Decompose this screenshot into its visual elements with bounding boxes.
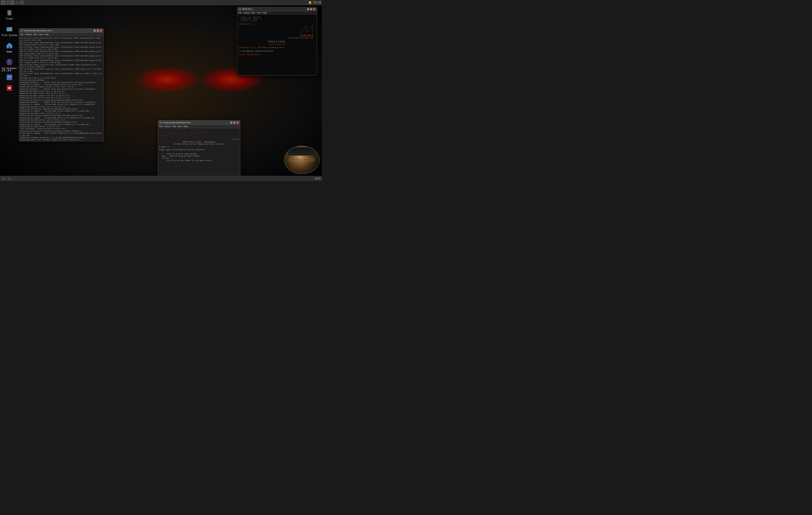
shell-prompt: [recon-ng][default] > xyxy=(239,53,316,56)
terminal-window-1: shadowwalker@Shadow-Net: ~ File Actions … xyxy=(19,28,104,141)
desktop-icon-red[interactable]: ● xyxy=(1,84,18,92)
taskbar-icon-1[interactable]: ⬛ xyxy=(1,0,5,5)
bottom-taskbar: ⬛ ⬛ 14:34 xyxy=(0,176,322,181)
desktop-icon-filesystem[interactable]: File System xyxy=(1,25,18,36)
shell-menu: File Actions Edit View Help xyxy=(237,11,317,15)
terminal-2-body[interactable]: .-----. . . .-----. .-------. .----. | _… xyxy=(158,128,240,181)
svg-rect-10 xyxy=(7,30,10,31)
terminal-2-menu: File Actions Edit View Help xyxy=(158,125,240,128)
filesystem-icon xyxy=(5,25,14,33)
filesystem-label: File System xyxy=(2,34,17,36)
shell-menu-help[interactable]: Help xyxy=(262,11,267,14)
taskbar-apps: ⬛ ⬛ ⬛ ⬛ ⬛ xyxy=(0,0,25,5)
terminal-1-titlebar: shadowwalker@Shadow-Net: ~ xyxy=(19,29,104,33)
terminal-1-title: shadowwalker@Shadow-Net: ~ xyxy=(24,29,54,32)
close-button-1[interactable] xyxy=(100,29,102,32)
svg-point-15 xyxy=(9,61,10,63)
terminal-1-menu: File Actions Edit View Help xyxy=(19,33,104,36)
taskbar-icon-3[interactable]: ⬛ xyxy=(10,0,14,5)
menu-view-1[interactable]: View xyxy=(38,33,43,36)
svg-rect-12 xyxy=(9,47,10,48)
svg-text:●: ● xyxy=(8,86,10,90)
amass-subtitle: OWASP Amass Project - @owaspamass In-dep… xyxy=(159,141,239,145)
shell-title: Shell No.1 xyxy=(242,8,253,10)
terminal-1-output: Get:9 http://kali.download/kali kali-rol… xyxy=(20,37,103,141)
shell-menu-file[interactable]: File xyxy=(238,11,242,14)
amass-banner: .-----. . . .-----. .-------. .----. | _… xyxy=(159,129,239,138)
menu-actions-2[interactable]: Actions xyxy=(164,125,171,128)
minimize-button-1[interactable] xyxy=(93,29,96,32)
bottom-app-files[interactable]: ⬛ xyxy=(7,177,11,180)
svg-rect-7 xyxy=(7,27,9,28)
shell-menu-view[interactable]: View xyxy=(257,11,261,14)
shell-menu-edit[interactable]: Edit xyxy=(252,11,255,14)
minimize-button-2[interactable] xyxy=(230,121,233,124)
shell-status: [+] No modules enabled/installed. xyxy=(239,50,316,53)
taskbar-right: 🔔 14:34 xyxy=(309,1,321,4)
desktop-icon-home[interactable]: Home xyxy=(1,41,18,53)
terminal-1-body[interactable]: Get:9 http://kali.download/kali kali-rol… xyxy=(19,36,104,141)
trash-icon xyxy=(5,8,14,17)
terminal-1-icon xyxy=(21,29,23,32)
shell-ascii-header: ╔══╗╔╗ ╔╗ ╔╗╔══╗╔╗ ║══╣║╚╗╔╝║ ╔╝╚╣║ ╔╝ ╚… xyxy=(239,16,316,22)
shell-body[interactable]: ╔══╗╔╗ ╔╗ ╔╗╔══╗╔╗ ║══╣║╚╗╔╝║ ╔╝╚╣║ ╔╝ ╚… xyxy=(237,15,317,75)
terminal-2-titlebar: shadowwalker@Shadow-Net: ~ xyxy=(158,120,240,125)
svg-rect-2 xyxy=(8,10,10,11)
shell-menu-actions[interactable]: Actions xyxy=(243,11,250,14)
bottom-app-terminal[interactable]: ⬛ xyxy=(1,177,6,180)
webcam-overlay xyxy=(284,146,320,174)
menu-edit-1[interactable]: Edit xyxy=(33,33,37,36)
top-taskbar: ⬛ ⬛ ⬛ ⬛ ⬛ 🔔 14:34 xyxy=(0,0,322,5)
tor-icon xyxy=(5,58,14,66)
menu-help-2[interactable]: Help xyxy=(183,125,188,128)
red-app-icon: ● xyxy=(5,84,14,92)
menu-view-2[interactable]: View xyxy=(177,125,182,128)
amass-help-output: Usage: amass intel|enum|viz|track|db [op… xyxy=(159,149,239,162)
shell-minimize[interactable] xyxy=(307,8,309,10)
svg-rect-9 xyxy=(7,29,12,30)
shell-window: Shell No.1 File Actions Edit View Help ╔… xyxy=(237,7,317,76)
clock-display: 14:34 xyxy=(313,1,321,4)
desktop-icon-trash[interactable]: Trash xyxy=(1,8,18,20)
menu-help-1[interactable]: Help xyxy=(44,33,49,36)
desktop-clock: 14:34 xyxy=(1,69,11,72)
terminal-window-2: shadowwalker@Shadow-Net: ~ File Actions … xyxy=(158,120,240,181)
menu-file-1[interactable]: File xyxy=(20,33,24,36)
amass-command: $ amass -h xyxy=(159,146,239,148)
menu-actions-1[interactable]: Actions xyxy=(25,33,32,36)
svg-rect-8 xyxy=(7,29,12,29)
shell-logo-area: /\ /\ / \ / \ / \/ \ / \ BLACK HILLS www… xyxy=(239,26,313,39)
home-icon xyxy=(5,41,14,50)
terminal-2-icon xyxy=(160,121,162,124)
extra-icon xyxy=(5,73,14,82)
trash-label: Trash xyxy=(6,18,13,20)
notification-icon: 🔔 xyxy=(309,1,312,4)
desktop-icon-tor[interactable]: tor-browser xyxy=(1,58,18,70)
maximize-button-1[interactable] xyxy=(97,29,99,32)
shell-buttons xyxy=(307,8,316,10)
menu-edit-2[interactable]: Edit xyxy=(172,125,176,128)
shell-icon xyxy=(239,8,241,10)
terminal-2-title: shadowwalker@Shadow-Net: ~ xyxy=(163,121,193,124)
home-label: Home xyxy=(7,51,12,53)
bottom-clock: 14:34 xyxy=(315,177,320,180)
svg-rect-18 xyxy=(7,76,11,77)
shell-maximize[interactable] xyxy=(310,8,313,10)
shell-sponsor: Sponsored by ... xyxy=(239,23,316,25)
shell-practisec: PRACTISEC www.practisec.com xyxy=(239,40,316,46)
shell-titlebar: Shell No.1 xyxy=(237,7,317,11)
desktop: ⬛ ⬛ ⬛ ⬛ ⬛ 🔔 14:34 xyxy=(0,0,322,181)
taskbar-icon-5[interactable]: ⬛ xyxy=(20,0,24,5)
menu-file-2[interactable]: File xyxy=(159,125,163,128)
terminal-1-buttons xyxy=(93,29,102,32)
close-button-2[interactable] xyxy=(236,121,239,124)
terminal-2-buttons xyxy=(230,121,239,124)
amass-version: v3.21.2 xyxy=(159,138,239,140)
taskbar-icon-2[interactable]: ⬛ xyxy=(6,0,10,5)
shell-recon-info: [recon-ng v5.1.2, Tim Tomes (@lanmaster5… xyxy=(239,47,316,49)
svg-rect-19 xyxy=(7,77,10,78)
maximize-button-2[interactable] xyxy=(233,121,236,124)
shell-close[interactable] xyxy=(313,8,316,10)
desktop-icon-extra[interactable] xyxy=(1,73,18,82)
taskbar-icon-4[interactable]: ⬛ xyxy=(15,0,19,5)
